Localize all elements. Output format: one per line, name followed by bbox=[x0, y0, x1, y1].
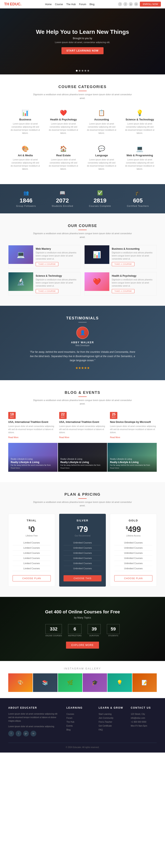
blog-img-read-1[interactable]: Read More bbox=[11, 467, 20, 469]
categories-grid: 📊 Business Lorem ipsum dolor sit amet co… bbox=[8, 106, 157, 174]
cta-label-4: Students bbox=[107, 634, 120, 637]
insta-img-5[interactable]: 💡 bbox=[107, 673, 132, 692]
blog-img-read-2[interactable]: Read More bbox=[60, 467, 70, 469]
google-icon[interactable]: g bbox=[129, 2, 133, 6]
blog-img-read-3[interactable]: Read More bbox=[110, 467, 119, 469]
categories-divider bbox=[78, 91, 87, 91]
hero-cta-button[interactable]: START LEARNING NOW bbox=[62, 47, 103, 54]
blog-image-2[interactable]: Realty Lifestyle & Living Realty Lifesty… bbox=[58, 443, 107, 472]
insta-img-1[interactable]: 🎨 bbox=[8, 673, 33, 692]
footer-col-grow: LEARN & GROW Start Learning Join Communi… bbox=[99, 706, 125, 737]
insta-img-6[interactable]: 📝 bbox=[132, 673, 157, 692]
cta-num-4: 59 bbox=[111, 626, 116, 632]
pricing-section: PLAN & PRICING Dignissim a vestibulum er… bbox=[0, 482, 165, 597]
twitter-icon[interactable]: t bbox=[123, 2, 128, 6]
gold-f6: Unlimited Courses bbox=[114, 566, 153, 571]
blog-desc-2: Lorem ipsum dolor sit amet consectetur a… bbox=[59, 425, 106, 434]
blog-day-3: 25 bbox=[111, 413, 116, 416]
hero-desc: Lorem ipsum dolor sit amet, consectetur … bbox=[55, 41, 110, 43]
footer-contact-2[interactable]: info@educ.com bbox=[131, 716, 157, 720]
nav-course[interactable]: Course bbox=[55, 3, 63, 6]
language-desc: Lorem ipsum dolor sit amet consectetur a… bbox=[87, 158, 117, 170]
insta-img-3[interactable]: 🌿 bbox=[58, 673, 82, 692]
health-desc: Lorem ipsum dolor sit amet consectetur a… bbox=[48, 122, 78, 135]
category-health[interactable]: ❤️ Health & Psychology Lorem ipsum dolor… bbox=[46, 106, 80, 138]
cta-counter-box-1: 332 bbox=[45, 624, 62, 634]
logo-accent: TH bbox=[4, 2, 9, 6]
insta-img-2[interactable]: 📚 bbox=[33, 673, 57, 692]
footer-learning-5[interactable]: Blog bbox=[66, 728, 92, 732]
footer-grow-4[interactable]: Get Certificate bbox=[99, 724, 125, 728]
testimonial-text: "Far far away, behind the word mountains… bbox=[29, 350, 136, 363]
silver-btn[interactable]: CHOOSE THIS bbox=[64, 575, 102, 581]
footer-learning-4[interactable]: Events bbox=[66, 724, 92, 728]
linkedin-icon[interactable]: in bbox=[134, 2, 138, 6]
hero-dot-2[interactable] bbox=[79, 70, 80, 71]
cta-counter-box-2: 6 bbox=[68, 624, 81, 634]
footer-grow-5[interactable]: FAQ bbox=[99, 728, 125, 732]
category-web[interactable]: 💻 Web & Programming Lorem ipsum dolor si… bbox=[123, 142, 157, 174]
category-language[interactable]: 💬 Language Lorem ipsum dolor sit amet co… bbox=[85, 142, 119, 174]
cta-num-3: 39 bbox=[92, 626, 97, 632]
cta-counter-4: 59 Students bbox=[107, 624, 120, 637]
cta-section: Get 400 of Online Courses for Free by Ma… bbox=[0, 597, 165, 661]
course-psy-btn[interactable]: TAKE A COURSE bbox=[112, 289, 134, 293]
footer-tw-icon[interactable]: t bbox=[16, 731, 22, 737]
footer-about-text: Lorem ipsum dolor sit amet consectetur a… bbox=[8, 712, 60, 723]
nav-hub[interactable]: The Hub bbox=[66, 3, 76, 6]
gold-btn[interactable]: CHOOSE PLAN bbox=[114, 575, 153, 581]
trial-currency: $ bbox=[29, 526, 31, 530]
footer-fb-icon[interactable]: f bbox=[8, 731, 14, 737]
category-art[interactable]: 🎨 Art & Media Lorem ipsum dolor sit amet… bbox=[8, 142, 42, 174]
gold-f3: Unlimited Courses bbox=[114, 551, 153, 556]
nav-home[interactable]: Home bbox=[45, 3, 52, 6]
blog-image-3[interactable]: Realty Lifestyle & Living Realty Lifesty… bbox=[107, 443, 157, 472]
nav-blog[interactable]: Blog bbox=[90, 3, 95, 6]
category-business[interactable]: 📊 Business Lorem ipsum dolor sit amet co… bbox=[8, 106, 42, 138]
hero-dot-3[interactable] bbox=[82, 70, 83, 71]
course-biz-btn[interactable]: TAKE A COURSE bbox=[112, 262, 134, 266]
footer-grow-2[interactable]: Join Community bbox=[99, 716, 125, 720]
category-realestate[interactable]: 🏠 Real Estate Lorem ipsum dolor sit amet… bbox=[46, 142, 80, 174]
course-sci-title: Science & Technology bbox=[36, 274, 78, 277]
course-sci-btn[interactable]: TAKE A COURSE bbox=[36, 289, 58, 293]
pricing-divider bbox=[78, 498, 87, 499]
blog-read-3[interactable]: Read More bbox=[110, 436, 120, 438]
blog-read-1[interactable]: Read More bbox=[8, 436, 19, 438]
blog-image-1[interactable]: Realty Lifestyle & Living Realty Lifesty… bbox=[8, 443, 58, 472]
hero-dot-5[interactable] bbox=[88, 70, 89, 71]
category-accounting[interactable]: 📋 Accounting Lorem ipsum dolor sit amet … bbox=[85, 106, 119, 138]
blog-read-2[interactable]: Read More bbox=[59, 436, 69, 438]
footer-grow-3[interactable]: Find a Teacher bbox=[99, 720, 125, 724]
footer-grow-1[interactable]: Start Learning bbox=[99, 712, 125, 716]
cta-label-1: Online Courses bbox=[45, 634, 62, 637]
footer-learning-3[interactable]: The Hub bbox=[66, 720, 92, 724]
footer-li-icon[interactable]: in bbox=[31, 731, 36, 737]
footer-learning-2[interactable]: Forum bbox=[66, 716, 92, 720]
followers-number: 1846 bbox=[16, 197, 36, 204]
course-sci-info: Science & Technology Dignissim a vestibu… bbox=[36, 272, 80, 295]
course-sci-desc: Dignissim a vestibulum erat ultrices pha… bbox=[36, 278, 78, 287]
cta-button[interactable]: EXPLORE MORE bbox=[66, 642, 99, 649]
facebook-icon[interactable]: f bbox=[118, 2, 122, 6]
footer-learning-1[interactable]: Courses bbox=[66, 712, 92, 716]
hero-dot-4[interactable] bbox=[85, 70, 86, 71]
course-psy-img: ❤️ bbox=[85, 272, 109, 291]
accounting-name: Accounting bbox=[87, 118, 117, 121]
enroll-button[interactable]: ENROLL NOW bbox=[140, 2, 161, 7]
gold-price-val: 499 bbox=[128, 525, 141, 534]
web-desc: Lorem ipsum dolor sit amet consectetur a… bbox=[125, 158, 155, 170]
footer-contact-3[interactable]: +1 800 000 0000 bbox=[131, 720, 157, 724]
nav-forum[interactable]: Forum bbox=[79, 3, 86, 6]
course-web-btn[interactable]: TAKE A COURSE bbox=[36, 262, 58, 266]
insta-img-4[interactable]: 🎓 bbox=[83, 673, 107, 692]
trial-f6: Limited Courses bbox=[12, 566, 51, 571]
hero-dot-1[interactable] bbox=[76, 70, 77, 71]
business-icon: 📊 bbox=[10, 110, 40, 116]
footer-gp-icon[interactable]: g+ bbox=[23, 731, 29, 737]
blog-img-tag-2: Realty Lifestyle & Living bbox=[60, 458, 105, 460]
trial-btn[interactable]: CHOOSE PLAN bbox=[12, 575, 51, 581]
hero-title: We Help You to Learn New Things bbox=[36, 29, 129, 35]
logo[interactable]: THEDUC. bbox=[4, 2, 22, 6]
category-science[interactable]: 💡 Science & Technology Lorem ipsum dolor… bbox=[123, 106, 157, 138]
